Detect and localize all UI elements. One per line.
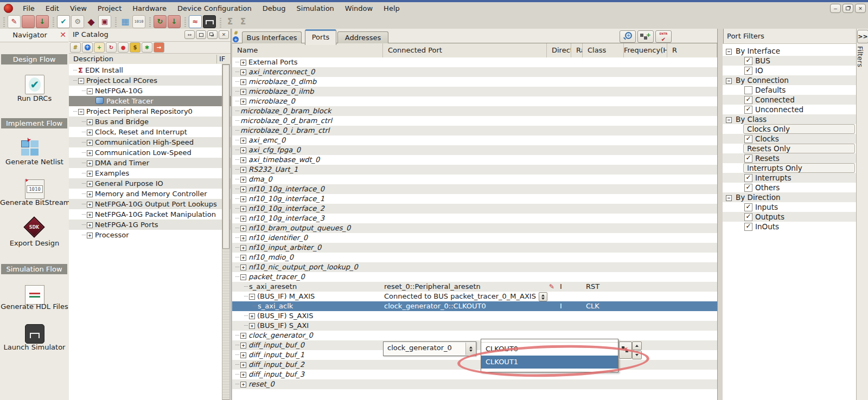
expander-plus-icon[interactable]: + <box>87 160 93 166</box>
filter-row-io[interactable]: ✓IO <box>723 66 856 75</box>
filter-row-by-class[interactable]: −By Class <box>723 114 856 124</box>
dock-icon[interactable]: ↔ <box>184 30 195 39</box>
expander-minus-icon[interactable]: − <box>726 117 732 123</box>
expander-plus-icon[interactable]: + <box>87 212 93 218</box>
port-row-nf10-input-arbiter-0[interactable]: +nf10_input_arbiter_0 <box>232 243 717 253</box>
spin-up-icon[interactable] <box>632 341 642 350</box>
maximize-icon[interactable] <box>196 30 206 39</box>
save-project-icon[interactable] <box>36 15 49 28</box>
generate-hdl-files-icon[interactable] <box>25 285 44 305</box>
port-row-rs232-uart-1[interactable]: +RS232_Uart_1 <box>232 165 717 175</box>
filter-row-resets-only[interactable]: Resets Only <box>723 144 856 153</box>
expander-plus-icon[interactable]: + <box>240 89 246 95</box>
checkbox-outputs[interactable]: ✓ <box>744 213 752 221</box>
filter-row-defaults[interactable]: Defaults <box>723 85 856 95</box>
column-name[interactable]: Name <box>232 43 383 57</box>
checkbox-unconnected[interactable]: ✓ <box>744 106 752 114</box>
combobox-spinner-icon[interactable] <box>539 292 547 301</box>
expander-minus-icon[interactable]: − <box>78 109 84 115</box>
filter-row-connected[interactable]: ✓Connected <box>723 95 856 105</box>
sigma-alt-icon[interactable] <box>237 16 249 28</box>
port-row-clock-generator-0[interactable]: +clock_generator_0 <box>232 331 717 340</box>
expander-minus-icon[interactable]: − <box>726 49 732 55</box>
menu-item-hardware[interactable]: Hardware <box>127 3 172 14</box>
checkbox-bus[interactable]: ✓ <box>744 57 752 65</box>
tree-row-netfpga-1g-ports[interactable]: +NetFPGA-1G Ports <box>69 220 231 230</box>
expander-plus-icon[interactable]: + <box>240 79 246 85</box>
expander-plus-icon[interactable]: + <box>87 130 93 136</box>
port-row-nf10-mdio-0[interactable]: +nf10_mdio_0 <box>232 253 717 262</box>
expander-plus-icon[interactable]: + <box>240 352 246 358</box>
checkbox-defaults[interactable] <box>744 86 752 94</box>
expander-plus-icon[interactable]: + <box>240 382 246 388</box>
expander-minus-icon[interactable]: − <box>240 274 246 280</box>
generate-netlist-icon[interactable] <box>119 16 131 28</box>
port-row-s-axi-aresetn[interactable]: s_axi_aresetnreset_0::Peripheral_aresetn… <box>232 282 717 292</box>
refresh-catalog-icon[interactable] <box>106 42 117 53</box>
expander-plus-icon[interactable]: + <box>240 245 246 251</box>
nav-item-generate-netlist[interactable]: Generate Netlist <box>0 158 69 166</box>
column-frequency-hz[interactable]: Frequency(Hz) <box>624 43 667 57</box>
restore-icon[interactable] <box>843 4 853 13</box>
block-diagram-icon[interactable] <box>98 15 111 28</box>
column-connected-port[interactable]: Connected Port <box>383 43 547 57</box>
port-row-bus-if-s-axi[interactable]: +(BUS_IF) S_AXI <box>232 321 717 331</box>
column-class[interactable]: Class <box>583 43 624 57</box>
filter-row-unconnected[interactable]: ✓Unconnected <box>723 105 856 114</box>
export-sdk-icon[interactable] <box>85 16 97 28</box>
generate-hdl-files-icon[interactable] <box>189 15 202 28</box>
port-row-axi-interconnect-0[interactable]: +axi_interconnect_0 <box>232 67 717 77</box>
expander-plus-icon[interactable]: + <box>87 119 93 125</box>
tree-row-dma-and-timer[interactable]: +DMA and Timer <box>69 158 231 168</box>
expander-plus-icon[interactable]: + <box>240 60 246 66</box>
filter-button-interrupts-only[interactable]: Interrupts Only <box>743 163 855 173</box>
nav-item-run-drcs[interactable]: Run DRCs <box>0 94 69 102</box>
zoom-icon[interactable] <box>620 30 636 43</box>
filter-row-clocks[interactable]: ✓Clocks <box>723 134 856 144</box>
filters-side-tab[interactable]: Filters <box>856 46 864 67</box>
license-icon[interactable] <box>130 42 141 53</box>
expander-minus-icon[interactable]: − <box>726 78 732 84</box>
port-row-nf10-10g-interface-1[interactable]: +nf10_10g_interface_1 <box>232 194 717 204</box>
expander-plus-icon[interactable]: + <box>240 264 246 270</box>
port-row-bus-if-s-axis[interactable]: +(BUS_IF) S_AXIS <box>232 311 717 321</box>
close-icon[interactable]: ✕ <box>855 4 866 13</box>
menu-item-simulation[interactable]: Simulation <box>291 3 340 14</box>
expander-minus-icon[interactable]: − <box>87 88 93 94</box>
tree-row-netfpga-10g[interactable]: −NetFPGA-10G <box>69 86 231 96</box>
port-row-microblaze-0-i-bram-ctrl[interactable]: microblaze_0_i_bram_ctrl <box>232 126 717 136</box>
expander-plus-icon[interactable]: + <box>240 343 246 349</box>
tab-ports[interactable]: Ports <box>305 29 336 45</box>
filter-button-clocks-only[interactable]: Clocks Only <box>743 124 855 134</box>
expander-plus-icon[interactable]: + <box>240 255 246 261</box>
port-row-microblaze-0[interactable]: +microblaze_0 <box>232 96 717 106</box>
expander-plus-icon[interactable]: + <box>240 235 246 241</box>
expander-plus-icon[interactable]: + <box>87 171 93 177</box>
settings-icon[interactable] <box>142 42 152 53</box>
export-design-icon[interactable] <box>25 218 43 236</box>
tree-row-communication-high-speed[interactable]: +Communication High-Speed <box>69 137 231 147</box>
port-row-axi-cfg-fpga-0[interactable]: +axi_cfg_fpga_0 <box>232 145 717 155</box>
nav-item-export-design[interactable]: Export Design <box>0 239 69 247</box>
expander-plus-icon[interactable]: + <box>87 233 93 238</box>
column-divider[interactable] <box>216 55 217 63</box>
expander-plus-icon[interactable]: + <box>87 202 93 208</box>
port-row-nf10-10g-interface-3[interactable]: +nf10_10g_interface_3 <box>232 214 717 223</box>
menu-item-device-configuration[interactable]: Device Configuration <box>172 3 257 14</box>
expander-plus-icon[interactable]: + <box>87 150 93 156</box>
run-drcs-icon[interactable] <box>57 15 70 28</box>
expander-plus-icon[interactable]: + <box>87 191 93 197</box>
port-row-nf10-bram-output-queues-0[interactable]: +nf10_bram_output_queues_0 <box>232 223 717 233</box>
expander-plus-icon[interactable]: + <box>240 186 246 192</box>
port-row-nf10-10g-interface-0[interactable]: +nf10_10g_interface_0 <box>232 184 717 194</box>
open-project-icon[interactable] <box>22 15 35 28</box>
expander-plus-icon[interactable]: + <box>240 216 246 222</box>
tree-row-netfpga-10g-packet-manipulation[interactable]: +NetFPGA-10G Packet Manipulation <box>69 209 231 220</box>
expander-minus-icon[interactable]: − <box>249 294 255 300</box>
expander-plus-icon[interactable]: + <box>240 177 246 183</box>
expander-plus-icon[interactable]: + <box>87 140 93 146</box>
tree-row-communication-low-speed[interactable]: +Communication Low-Speed <box>69 147 231 158</box>
add-external-port-icon[interactable] <box>637 30 654 43</box>
expander-plus-icon[interactable]: + <box>240 138 246 144</box>
port-row-microblaze-0-d-bram-ctrl[interactable]: microblaze_0_d_bram_ctrl <box>232 116 717 126</box>
